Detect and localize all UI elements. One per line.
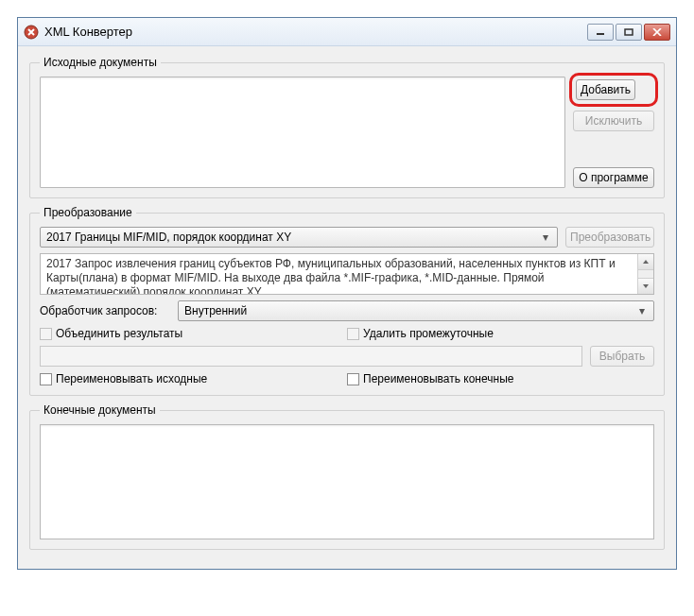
conversion-select-value: 2017 Границы MIF/MID, порядок координат … <box>46 231 538 244</box>
conversion-group: Преобразование 2017 Границы MIF/MID, пор… <box>29 206 665 396</box>
window-title: XML Конвертер <box>44 25 587 39</box>
scroll-down-icon[interactable] <box>638 278 653 294</box>
rename-dest-checkbox[interactable] <box>347 373 359 385</box>
rename-source-checkbox[interactable] <box>40 373 52 385</box>
chevron-down-icon: ▾ <box>538 231 553 244</box>
convert-button[interactable]: Преобразовать <box>565 227 654 248</box>
source-group: Исходные документы Добавить Исключить О … <box>29 56 665 198</box>
add-button[interactable]: Добавить <box>576 79 635 100</box>
conversion-description: 2017 Запрос извлечения границ субъектов … <box>41 254 637 294</box>
conversion-select[interactable]: 2017 Границы MIF/MID, порядок координат … <box>40 227 558 248</box>
add-button-highlight: Добавить <box>569 73 658 107</box>
delete-checkbox[interactable] <box>347 328 359 340</box>
scroll-up-icon[interactable] <box>638 254 653 270</box>
app-icon <box>24 25 39 40</box>
conversion-description-box[interactable]: 2017 Запрос извлечения границ субъектов … <box>40 253 654 295</box>
output-listbox[interactable] <box>40 424 654 539</box>
choose-button[interactable]: Выбрать <box>590 346 654 367</box>
path-field[interactable] <box>40 346 582 367</box>
delete-label: Удалить промежуточные <box>363 327 494 340</box>
remove-button[interactable]: Исключить <box>573 111 654 131</box>
titlebar[interactable]: XML Конвертер <box>18 18 676 46</box>
output-group: Конечные документы <box>29 403 665 550</box>
merge-checkbox[interactable] <box>40 328 52 340</box>
output-legend: Конечные документы <box>40 403 160 417</box>
handler-select-value: Внутренний <box>184 304 634 317</box>
rename-source-label: Переименовывать исходные <box>56 372 207 385</box>
rename-dest-label: Переименовывать конечные <box>363 372 513 385</box>
svg-rect-1 <box>597 33 604 35</box>
source-legend: Исходные документы <box>40 56 161 69</box>
close-button[interactable] <box>644 24 670 41</box>
handler-select[interactable]: Внутренний ▾ <box>178 300 654 321</box>
maximize-button[interactable] <box>616 24 642 41</box>
conversion-legend: Преобразование <box>40 206 136 219</box>
merge-label: Объединить результаты <box>56 327 182 340</box>
app-window: XML Конвертер Исходные документы Добавит… <box>17 17 677 570</box>
minimize-button[interactable] <box>587 24 614 41</box>
client-area: Исходные документы Добавить Исключить О … <box>18 46 676 569</box>
about-button[interactable]: О программе <box>573 167 654 188</box>
handler-label: Обработчик запросов: <box>40 304 170 317</box>
source-listbox[interactable] <box>40 77 565 188</box>
scrollbar[interactable] <box>637 254 653 294</box>
svg-rect-2 <box>625 29 633 35</box>
chevron-down-icon: ▾ <box>634 304 650 317</box>
